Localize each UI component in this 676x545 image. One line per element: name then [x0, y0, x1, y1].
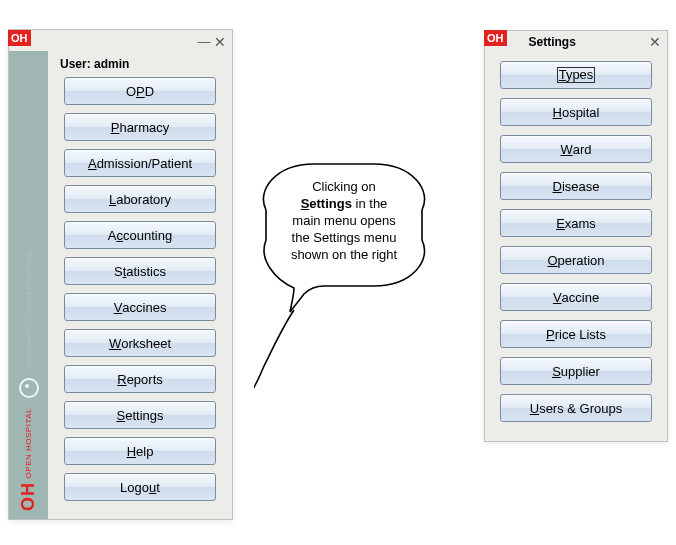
settings-operation[interactable]: Operation: [500, 246, 652, 274]
menu-pharmacy[interactable]: Pharmacy: [64, 113, 216, 141]
brand-logo-icon: [19, 378, 39, 398]
menu-logout[interactable]: Logout: [64, 473, 216, 501]
brand-sidebar: UN-FORMATICS SENZA FRONTIERE OPEN HOSPIT…: [9, 51, 48, 519]
settings-titlebar: OH Settings ✕: [485, 31, 667, 51]
callout-text: Clicking on Settings in the main menu op…: [278, 178, 410, 263]
menu-settings[interactable]: Settings: [64, 401, 216, 429]
settings-pricelists[interactable]: Price Lists: [500, 320, 652, 348]
brand-subtext: OPEN HOSPITAL: [24, 408, 33, 478]
settings-exams[interactable]: Exams: [500, 209, 652, 237]
main-menu: User: admin OPD Pharmacy Admission/Patie…: [48, 51, 232, 519]
menu-worksheet[interactable]: Worksheet: [64, 329, 216, 357]
menu-vaccines[interactable]: Vaccines: [64, 293, 216, 321]
app-badge: OH: [8, 30, 31, 46]
settings-types[interactable]: Types: [500, 61, 652, 89]
menu-statistics[interactable]: Statistics: [64, 257, 216, 285]
close-button[interactable]: ✕: [212, 34, 228, 50]
main-titlebar: OH — ✕: [9, 30, 232, 51]
brand-tagline: UN-FORMATICS SENZA FRONTIERE: [26, 250, 32, 367]
settings-hospital[interactable]: Hospital: [500, 98, 652, 126]
settings-vaccine[interactable]: Vaccine: [500, 283, 652, 311]
menu-help[interactable]: Help: [64, 437, 216, 465]
settings-menu: Types Hospital Ward Disease Exams Operat…: [485, 51, 667, 441]
settings-window: OH Settings ✕ Types Hospital Ward Diseas…: [484, 30, 668, 442]
minimize-button[interactable]: —: [196, 34, 212, 50]
menu-laboratory[interactable]: Laboratory: [64, 185, 216, 213]
close-button[interactable]: ✕: [647, 34, 663, 50]
callout: Clicking on Settings in the main menu op…: [254, 160, 434, 450]
menu-admission[interactable]: Admission/Patient: [64, 149, 216, 177]
settings-supplier[interactable]: Supplier: [500, 357, 652, 385]
user-label: User: admin: [58, 57, 222, 77]
menu-reports[interactable]: Reports: [64, 365, 216, 393]
settings-ward[interactable]: Ward: [500, 135, 652, 163]
settings-title: Settings: [529, 35, 576, 49]
brand-vert: OH: [18, 482, 39, 511]
menu-accounting[interactable]: Accounting: [64, 221, 216, 249]
menu-opd[interactable]: OPD: [64, 77, 216, 105]
settings-users-groups[interactable]: Users & Groups: [500, 394, 652, 422]
app-badge: OH: [484, 30, 507, 46]
main-window: OH — ✕ UN-FORMATICS SENZA FRONTIERE OPEN…: [8, 29, 233, 520]
settings-disease[interactable]: Disease: [500, 172, 652, 200]
